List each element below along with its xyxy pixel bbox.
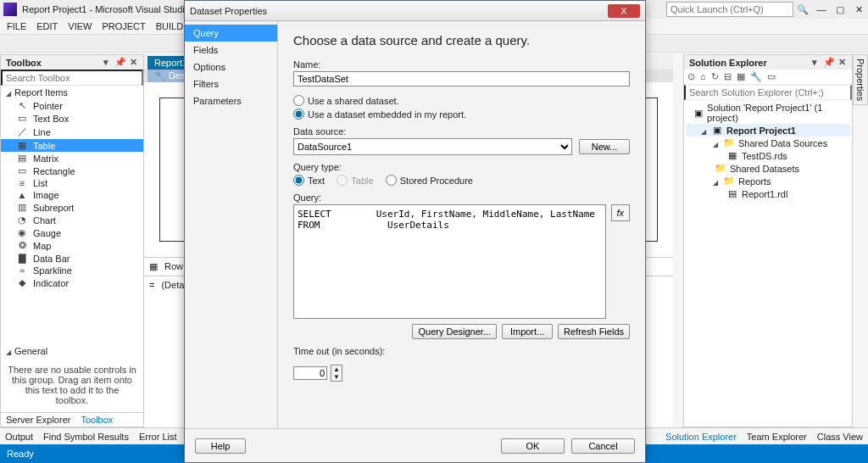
menu-view[interactable]: VIEW bbox=[68, 21, 92, 31]
minimize-button[interactable]: — bbox=[812, 4, 831, 14]
menu-edit[interactable]: EDIT bbox=[36, 21, 58, 31]
toolbox-item-label: List bbox=[33, 178, 47, 188]
help-button[interactable]: Help bbox=[195, 438, 246, 454]
toolbox-item-icon: ◉ bbox=[16, 227, 28, 238]
query-type-table-radio[interactable] bbox=[337, 175, 348, 186]
toolbox-item-list[interactable]: ≡List bbox=[1, 177, 143, 189]
dialog-nav: Query Fields Options Filters Parameters bbox=[185, 21, 278, 428]
properties-side-tab[interactable]: Properties bbox=[853, 54, 868, 105]
reports-node[interactable]: 📁Reports bbox=[686, 175, 850, 187]
solution-explorer-title: Solution Explorer bbox=[689, 58, 767, 68]
dataset-name-input[interactable] bbox=[293, 71, 630, 86]
panel-pin-icon[interactable]: 📌 bbox=[114, 57, 125, 68]
dialog-close-button[interactable]: X bbox=[608, 4, 640, 18]
maximize-button[interactable]: ▢ bbox=[831, 4, 849, 15]
toolbox-item-chart[interactable]: ◔Chart bbox=[1, 214, 143, 226]
toolbox-item-text-box[interactable]: ▭Text Box bbox=[1, 112, 143, 125]
toolbox-item-label: Data Bar bbox=[33, 254, 70, 264]
testds-node[interactable]: ▦TestDS.rds bbox=[686, 149, 850, 162]
solution-search-input[interactable] bbox=[684, 85, 852, 100]
refresh-fields-button[interactable]: Refresh Fields bbox=[558, 324, 630, 339]
toolbox-item-label: Gauge bbox=[33, 228, 61, 238]
use-shared-radio[interactable] bbox=[293, 95, 304, 106]
toolbox-search-input[interactable] bbox=[1, 70, 143, 86]
use-embedded-label: Use a dataset embedded in my report. bbox=[308, 109, 466, 120]
toolbox-item-label: Pointer bbox=[33, 101, 63, 111]
preview-icon[interactable]: ▭ bbox=[767, 71, 776, 82]
collapse-icon[interactable]: ⊟ bbox=[724, 71, 732, 82]
solution-tree: ▣Solution 'Report Project1' (1 project) … bbox=[684, 100, 852, 427]
search-icon[interactable]: 🔍 bbox=[793, 4, 812, 15]
toolbox-item-line[interactable]: ／Line bbox=[1, 125, 143, 139]
toolbox-item-subreport[interactable]: ▥Subreport bbox=[1, 201, 143, 214]
group-general[interactable]: General bbox=[1, 344, 143, 358]
properties-icon[interactable]: 🔧 bbox=[750, 71, 762, 82]
query-textarea[interactable]: SELECT UserId, FirstName, MiddleName, La… bbox=[293, 204, 606, 319]
dataset-properties-dialog: Dataset Properties X Query Fields Option… bbox=[184, 0, 646, 463]
nav-options[interactable]: Options bbox=[185, 59, 277, 75]
toolbox-item-label: Sparkline bbox=[33, 265, 72, 276]
menu-build[interactable]: BUILD bbox=[156, 21, 183, 31]
tab-find-results[interactable]: Find Symbol Results bbox=[43, 432, 129, 442]
menu-file[interactable]: FILE bbox=[7, 21, 26, 31]
toolbox-item-map[interactable]: ❂Map bbox=[1, 239, 143, 252]
project-node[interactable]: ▣Report Project1 bbox=[686, 124, 850, 137]
data-source-select[interactable]: DataSource1 bbox=[293, 138, 572, 155]
panel-close-icon[interactable]: ✕ bbox=[128, 57, 138, 68]
group-report-items[interactable]: Report Items bbox=[1, 86, 143, 99]
query-designer-button[interactable]: Query Designer... bbox=[412, 324, 497, 339]
query-type-sp-radio[interactable] bbox=[386, 175, 397, 186]
panel-pin-icon[interactable]: 📌 bbox=[823, 57, 833, 68]
nav-filters[interactable]: Filters bbox=[185, 75, 277, 92]
quick-launch-input[interactable] bbox=[666, 2, 793, 17]
toolbox-item-indicator[interactable]: ◆Indicator bbox=[1, 276, 143, 289]
tab-class-view[interactable]: Class View bbox=[817, 432, 863, 442]
tab-error-list[interactable]: Error List bbox=[139, 432, 177, 442]
nav-query[interactable]: Query bbox=[185, 25, 277, 42]
toolbox-item-image[interactable]: ▲Image bbox=[1, 189, 143, 201]
toolbox-item-gauge[interactable]: ◉Gauge bbox=[1, 226, 143, 239]
nav-fields[interactable]: Fields bbox=[185, 42, 277, 59]
nav-parameters[interactable]: Parameters bbox=[185, 92, 277, 109]
import-button[interactable]: Import... bbox=[502, 324, 553, 339]
show-all-icon[interactable]: ▦ bbox=[737, 71, 745, 82]
home2-icon[interactable]: ⌂ bbox=[700, 71, 706, 82]
toolbox-item-icon: ≈ bbox=[16, 265, 28, 276]
visual-studio-logo-icon bbox=[3, 3, 17, 16]
dialog-footer: Help OK Cancel bbox=[185, 428, 645, 462]
toolbox-item-rectangle[interactable]: ▭Rectangle bbox=[1, 165, 143, 177]
shared-data-sources-node[interactable]: 📁Shared Data Sources bbox=[686, 137, 850, 149]
refresh-icon[interactable]: ↻ bbox=[711, 71, 719, 82]
tab-team-explorer[interactable]: Team Explorer bbox=[747, 432, 807, 442]
home-icon[interactable]: ⊙ bbox=[687, 71, 695, 82]
query-type-text-radio[interactable] bbox=[293, 175, 304, 186]
use-embedded-radio[interactable] bbox=[293, 109, 304, 120]
toolbox-item-icon: ▭ bbox=[16, 113, 28, 124]
tab-output[interactable]: Output bbox=[5, 432, 33, 442]
timeout-input[interactable] bbox=[293, 366, 327, 380]
ok-button[interactable]: OK bbox=[501, 438, 565, 454]
tab-solution-explorer-bottom[interactable]: Solution Explorer bbox=[665, 432, 737, 442]
tab-server-explorer[interactable]: Server Explorer bbox=[1, 413, 75, 427]
toolbox-item-sparkline[interactable]: ≈Sparkline bbox=[1, 265, 143, 276]
panel-close-icon[interactable]: ✕ bbox=[837, 57, 847, 68]
report1-node[interactable]: ▤Report1.rdl bbox=[686, 187, 850, 200]
panel-dropdown-icon[interactable]: ▾ bbox=[810, 57, 820, 68]
menu-project[interactable]: PROJECT bbox=[102, 21, 145, 31]
solution-node[interactable]: ▣Solution 'Report Project1' (1 project) bbox=[686, 102, 850, 124]
shared-datasets-node[interactable]: 📁Shared Datasets bbox=[686, 162, 850, 175]
dialog-title-bar[interactable]: Dataset Properties X bbox=[185, 1, 645, 21]
toolbox-item-data-bar[interactable]: ▇Data Bar bbox=[1, 252, 143, 265]
new-datasource-button[interactable]: New... bbox=[579, 139, 630, 154]
close-window-button[interactable]: ✕ bbox=[849, 4, 868, 15]
name-label: Name: bbox=[293, 59, 630, 70]
tab-toolbox[interactable]: Toolbox bbox=[75, 413, 118, 427]
toolbox-item-table[interactable]: ▦Table bbox=[1, 139, 143, 152]
toolbox-item-matrix[interactable]: ▤Matrix bbox=[1, 152, 143, 165]
cancel-button[interactable]: Cancel bbox=[571, 438, 635, 454]
toolbox-item-label: Table bbox=[33, 141, 55, 151]
panel-dropdown-icon[interactable]: ▾ bbox=[101, 57, 111, 68]
toolbox-item-pointer[interactable]: ↖Pointer bbox=[1, 99, 143, 112]
toolbox-item-label: Line bbox=[33, 127, 51, 137]
expression-button[interactable]: fx bbox=[611, 204, 630, 221]
